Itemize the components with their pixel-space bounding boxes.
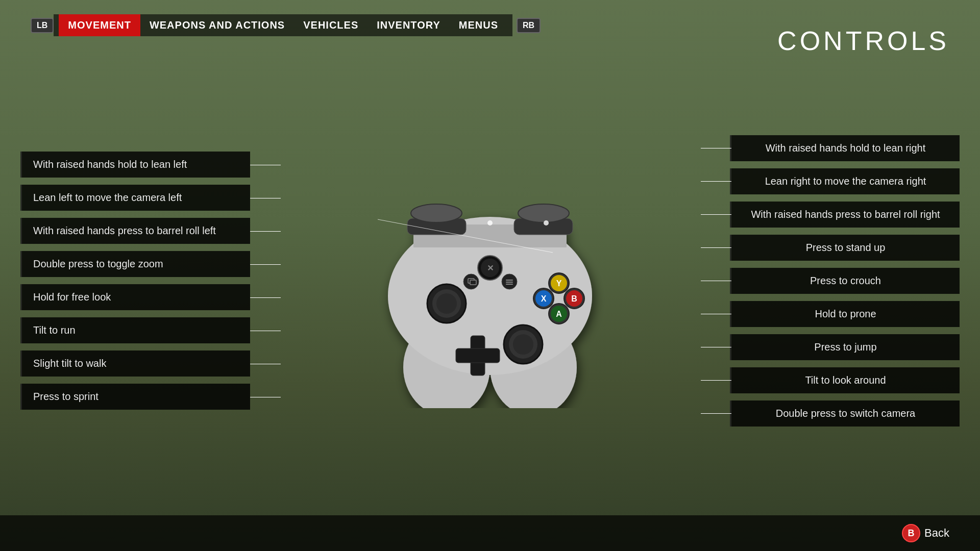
right-labels-panel: With raised hands hold to lean right Lea… [730,51,960,510]
svg-rect-22 [506,282,513,283]
label-look-around: Tilt to look around [730,367,960,393]
rb-button[interactable]: RB [517,18,541,33]
label-switch-camera: Double press to switch camera [730,400,960,427]
label-stand-up: Press to stand up [730,235,960,261]
svg-rect-26 [470,280,476,285]
label-prone: Hold to prone [730,301,960,327]
label-tilt-run: Tilt to run [20,317,250,343]
label-jump: Press to jump [730,334,960,360]
label-toggle-zoom: Double press to toggle zoom [20,251,250,277]
svg-text:✕: ✕ [487,264,494,272]
label-lean-left-camera: Lean left to move the camera left [20,185,250,211]
controller-diagram: ✕ Y X [347,153,633,408]
svg-point-40 [487,220,493,226]
main-content: LB MOVEMENT WEAPONS AND ACTIONS VEHICLES… [0,0,980,551]
nav-tabs: MOVEMENT WEAPONS AND ACTIONS VEHICLES IN… [54,14,512,36]
bottom-bar: B Back [0,515,980,551]
svg-text:Y: Y [556,279,562,288]
back-label: Back [924,527,949,540]
label-lean-right-camera: Lean right to move the camera right [730,168,960,194]
label-lean-right-raised: With raised hands hold to lean right [730,135,960,161]
svg-text:X: X [541,294,547,303]
svg-rect-23 [506,284,513,285]
tab-vehicles[interactable]: VEHICLES [294,14,368,36]
tab-menus[interactable]: MENUS [450,14,507,36]
label-barrel-roll-left: With raised hands press to barrel roll l… [20,218,250,244]
tab-movement[interactable]: MOVEMENT [59,14,140,36]
label-sprint: Press to sprint [20,384,250,410]
back-button[interactable]: B Back [902,524,949,542]
svg-point-11 [436,293,457,314]
label-barrel-roll-right: With raised hands press to barrel roll r… [730,202,960,228]
main-area: With raised hands hold to lean left Lean… [0,51,980,510]
label-slight-tilt-walk: Slight tilt to walk [20,350,250,377]
b-icon: B [902,524,920,542]
tab-weapons[interactable]: WEAPONS AND ACTIONS [140,14,294,36]
left-labels-panel: With raised hands hold to lean left Lean… [20,51,250,510]
svg-rect-21 [506,280,513,281]
svg-text:A: A [556,310,562,318]
label-lean-left-raised: With raised hands hold to lean left [20,152,250,178]
svg-point-7 [411,204,462,222]
top-navigation: LB MOVEMENT WEAPONS AND ACTIONS VEHICLES… [0,0,980,51]
svg-rect-16 [456,348,500,363]
svg-point-41 [544,220,549,226]
lb-button[interactable]: LB [31,18,54,33]
label-free-look: Hold for free look [20,284,250,310]
tab-inventory[interactable]: INVENTORY [368,14,450,36]
label-crouch: Press to crouch [730,268,960,294]
svg-point-14 [513,334,533,355]
svg-text:B: B [571,294,577,303]
controller-svg: ✕ Y X [347,153,633,408]
svg-point-8 [518,204,569,222]
